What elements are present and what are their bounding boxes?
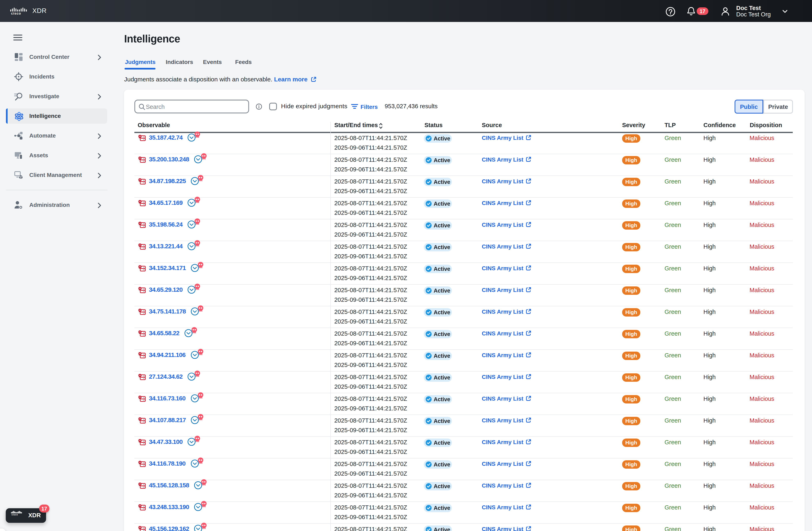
svg-text:cisco: cisco [12, 513, 18, 515]
svg-text:cisco: cisco [11, 12, 21, 15]
